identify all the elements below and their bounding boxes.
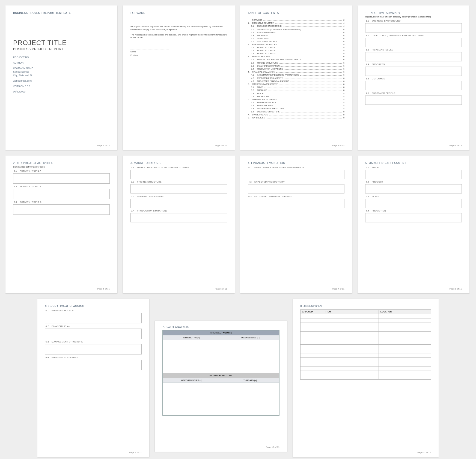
toc-num: 5.	[248, 83, 251, 85]
apx-cell[interactable]	[379, 349, 431, 353]
input-box[interactable]	[13, 189, 110, 199]
section-title: 1. EXECUTIVE SUMMARY	[365, 11, 462, 14]
apx-cell[interactable]	[379, 353, 431, 358]
apx-cell[interactable]	[379, 323, 431, 327]
input-box[interactable]	[130, 170, 227, 179]
apx-cell[interactable]	[301, 345, 324, 349]
toc-page: 6	[343, 80, 344, 82]
input-box[interactable]	[365, 67, 462, 76]
apx-cell[interactable]	[379, 327, 431, 332]
toc-num: 5.2	[251, 89, 255, 91]
input-box[interactable]	[365, 81, 462, 90]
toc-dots	[276, 48, 342, 48]
input-box[interactable]	[248, 184, 344, 193]
input-box[interactable]	[365, 213, 462, 222]
apx-cell[interactable]	[301, 327, 324, 332]
apx-cell[interactable]	[301, 332, 324, 336]
toc-entry: 1.1BUSINESS BACKGROUND4	[248, 25, 344, 27]
apx-cell[interactable]	[379, 314, 431, 318]
input-box[interactable]	[45, 313, 142, 323]
apx-cell[interactable]	[379, 332, 431, 336]
input-box[interactable]	[13, 173, 110, 184]
apx-cell[interactable]	[379, 358, 431, 362]
input-box[interactable]	[365, 170, 462, 179]
apx-cell[interactable]	[324, 340, 379, 345]
input-box[interactable]	[45, 360, 142, 370]
input-box[interactable]	[130, 199, 227, 208]
toc-num: 4.1	[251, 74, 255, 76]
apx-cell[interactable]	[379, 366, 431, 371]
table-row	[301, 323, 431, 327]
input-box[interactable]	[365, 199, 462, 208]
apx-cell[interactable]	[324, 349, 379, 353]
apx-cell[interactable]	[379, 371, 431, 375]
toc-dots	[278, 45, 342, 45]
apx-cell[interactable]	[324, 353, 379, 358]
input-box[interactable]	[130, 213, 227, 222]
apx-cell[interactable]	[324, 327, 379, 332]
apx-cell[interactable]	[324, 336, 379, 340]
apx-cell[interactable]	[324, 375, 379, 380]
toc-dots	[270, 97, 342, 97]
input-box[interactable]	[45, 329, 142, 339]
apx-cell[interactable]	[301, 340, 324, 345]
swot-threats-cell[interactable]	[221, 383, 279, 416]
apx-cell[interactable]	[301, 336, 324, 340]
apx-cell[interactable]	[301, 362, 324, 366]
apx-cell[interactable]	[324, 318, 379, 323]
apx-cell[interactable]	[379, 336, 431, 340]
apx-cell[interactable]	[301, 375, 324, 380]
apx-cell[interactable]	[379, 318, 431, 323]
apx-cell[interactable]	[379, 375, 431, 380]
toc-num: 6.3	[251, 107, 255, 110]
input-box[interactable]	[365, 38, 462, 47]
apx-cell[interactable]	[324, 314, 379, 318]
swot-strengths-cell[interactable]	[163, 340, 221, 373]
toc-entry: 2.1ACTIVITY / TOPIC A5	[248, 46, 344, 49]
input-box[interactable]	[13, 204, 110, 215]
page-8-marketing-assessment: 5. MARKETING ASSESSMENT 5.1PRICE5.2PRODU…	[358, 156, 469, 293]
apx-cell[interactable]	[324, 371, 379, 375]
swot-opportunities-cell[interactable]	[163, 383, 221, 416]
toc-dots	[290, 82, 342, 82]
apx-cell[interactable]	[324, 345, 379, 349]
apx-cell[interactable]	[301, 358, 324, 362]
toc-page: 4	[343, 34, 344, 37]
section-title: 8. APPENDICES	[300, 305, 431, 308]
apx-cell[interactable]	[301, 314, 324, 318]
toc-page: 6	[343, 58, 344, 61]
toc-entry: 7.SWOT ANALYSIS8	[248, 114, 344, 116]
input-box[interactable]	[248, 170, 344, 179]
input-box[interactable]	[365, 184, 462, 193]
apx-cell[interactable]	[301, 323, 324, 327]
toc-label: FINANCIAL PLAN	[257, 104, 273, 107]
apx-cell[interactable]	[324, 323, 379, 327]
apx-cell[interactable]	[324, 366, 379, 371]
apx-cell[interactable]	[324, 362, 379, 366]
apx-cell[interactable]	[324, 332, 379, 336]
toc-entry: 5.MARKETING ASSESSMENT8	[248, 83, 344, 85]
apx-cell[interactable]	[301, 353, 324, 358]
input-box[interactable]	[130, 184, 227, 193]
apx-cell[interactable]	[301, 366, 324, 371]
swot-weaknesses-cell[interactable]	[221, 340, 279, 373]
toc-list: FORWARD21.EXECUTIVE SUMMARY41.1BUSINESS …	[248, 19, 344, 119]
toc-entry: 6.3MANAGEMENT STRUCTURE8	[248, 107, 344, 110]
apx-cell[interactable]	[301, 349, 324, 353]
input-box[interactable]	[365, 52, 462, 61]
apx-cell[interactable]	[324, 358, 379, 362]
cover-meta: PROJECT NO.: AUTHOR: COMPANY NAME Street…	[13, 56, 110, 93]
apx-cell[interactable]	[379, 340, 431, 345]
page-footer: Page 1 of 12	[97, 144, 110, 147]
input-box[interactable]	[248, 199, 344, 208]
apx-cell[interactable]	[379, 362, 431, 366]
input-box[interactable]	[45, 344, 142, 354]
toc-entry: 2.3ACTIVITY / TOPIC C5	[248, 52, 344, 55]
apx-cell[interactable]	[301, 318, 324, 323]
input-box[interactable]	[365, 96, 462, 105]
apx-cell[interactable]	[379, 345, 431, 349]
toc-num: 1.4	[251, 34, 255, 37]
apx-cell[interactable]	[301, 371, 324, 375]
input-box[interactable]	[365, 23, 462, 32]
toc-label: OPERATIONAL PLANNING	[252, 98, 276, 101]
